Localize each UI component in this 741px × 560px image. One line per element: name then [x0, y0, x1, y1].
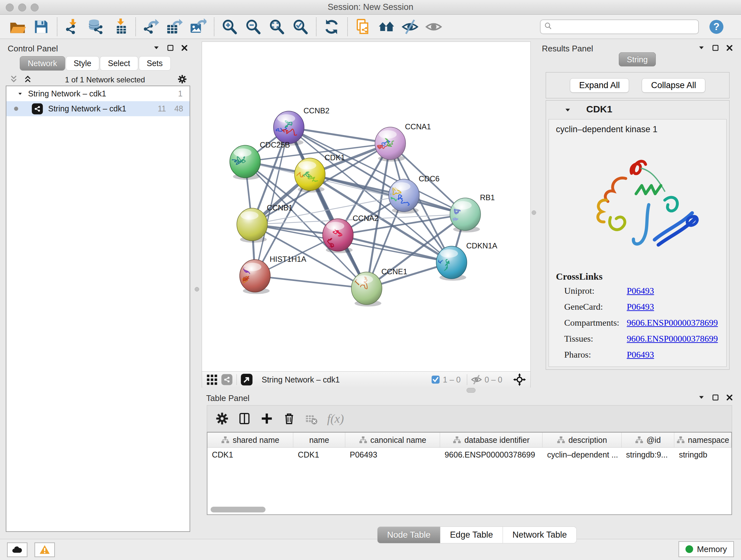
tab-style[interactable]: Style	[66, 56, 99, 71]
control-panel-title: Control Panel	[8, 44, 58, 54]
grid-view-icon[interactable]	[206, 374, 217, 385]
gene-description: cyclin–dependent kinase 1	[549, 119, 726, 134]
string-home-button[interactable]	[377, 17, 396, 37]
node-RB1[interactable]: RB1	[450, 193, 495, 233]
network-graph[interactable]: CCNB2CCNA1CDC25BCDK1CDC6RB1CCNB1CCNA2CDK…	[202, 42, 530, 371]
tab-network[interactable]: Network	[20, 56, 65, 71]
tab-network-table[interactable]: Network Table	[503, 526, 577, 543]
panel-close-icon[interactable]	[726, 394, 733, 402]
crosslink-label: Pharos:	[564, 350, 627, 360]
panel-menu-caret-icon[interactable]	[697, 44, 705, 53]
panel-float-icon[interactable]	[712, 44, 719, 53]
tab-select[interactable]: Select	[100, 56, 138, 71]
import-network-from-database-button[interactable]	[86, 17, 106, 37]
node-CDC6[interactable]: CDC6	[383, 174, 440, 213]
save-session-button[interactable]	[31, 17, 51, 37]
table-hscrollbar-thumb[interactable]	[211, 507, 266, 512]
column-header-canonical-name[interactable]: canonical name	[345, 433, 440, 447]
crosslink-link[interactable]: P06493	[627, 286, 654, 296]
column-header-shared-name[interactable]: shared name	[207, 433, 293, 447]
zoom-in-button[interactable]	[219, 17, 239, 37]
edge-CDK1-RB1[interactable]	[310, 174, 465, 214]
selected-checkbox-icon[interactable]	[431, 375, 441, 384]
node-CCNB2[interactable]: CCNB2	[269, 106, 329, 145]
export-table-icon	[166, 18, 183, 35]
panel-float-icon[interactable]	[712, 394, 719, 402]
collection-caret-icon[interactable]	[17, 91, 23, 97]
show-columns-icon[interactable]	[238, 412, 251, 425]
crosslink-link[interactable]: P06493	[627, 302, 654, 312]
tab-edge-table[interactable]: Edge Table	[441, 526, 503, 543]
network-options-gear-icon[interactable]	[178, 74, 187, 85]
copy-network-button[interactable]	[353, 17, 373, 37]
table-cell[interactable]: CDK1	[207, 448, 293, 462]
cloud-button[interactable]	[7, 543, 27, 557]
collapse-all-button[interactable]: Collapse All	[642, 78, 705, 92]
network-canvas[interactable]: CCNB2CCNA1CDC25BCDK1CDC6RB1CCNB1CCNA2CDK…	[202, 42, 530, 371]
search-input[interactable]	[555, 22, 698, 32]
panel-menu-caret-icon[interactable]	[152, 44, 160, 53]
help-button[interactable]: ?	[709, 19, 724, 35]
node-CDK1[interactable]: CDK1	[290, 153, 345, 192]
table-cell[interactable]: P06493	[345, 448, 440, 462]
right-splitter-grip[interactable]	[532, 210, 536, 215]
table-cell[interactable]: CDK1	[293, 448, 345, 462]
node-label-CCNE1: CCNE1	[381, 267, 407, 276]
hidden-eye-slash-icon[interactable]	[471, 374, 482, 385]
import-network-from-file-button[interactable]	[63, 17, 82, 37]
network-collection-row[interactable]: String Network – cdk1 1	[6, 86, 190, 101]
open-session-button[interactable]	[8, 17, 27, 37]
table-cell[interactable]: cyclin–dependent ...	[542, 448, 621, 462]
birds-eye-crosshair-icon[interactable]	[513, 373, 526, 386]
table-cell[interactable]: stringdb:9...	[622, 448, 675, 462]
network-share-icon[interactable]	[221, 374, 232, 385]
crosslink-link[interactable]: P06493	[627, 350, 654, 360]
collapse-entry-caret-icon[interactable]	[564, 106, 571, 114]
panel-close-icon[interactable]	[181, 44, 188, 53]
delete-column-trash-icon[interactable]	[282, 412, 296, 425]
zoom-selected-button[interactable]	[290, 17, 310, 37]
memory-button[interactable]: Memory	[678, 541, 734, 557]
tab-sets[interactable]: Sets	[139, 56, 171, 71]
expand-all-networks-icon[interactable]	[9, 74, 18, 85]
export-image-button[interactable]	[188, 17, 208, 37]
zoom-out-button[interactable]	[243, 17, 263, 37]
eye-gray-icon	[425, 18, 442, 35]
node-HIST1H1A[interactable]: HIST1H1A	[239, 255, 307, 294]
crosslink-link[interactable]: 9606.ENSP00000378699	[627, 318, 718, 328]
folder-icon	[9, 18, 26, 35]
hide-selected-button[interactable]	[400, 17, 420, 37]
table-cell[interactable]: stringdb	[674, 448, 731, 462]
export-network-button[interactable]	[141, 17, 161, 37]
tab-node-table[interactable]: Node Table	[377, 526, 441, 543]
zoom-fit-button[interactable]	[267, 17, 286, 37]
network-row-selected[interactable]: String Network – cdk1 11 48	[6, 101, 190, 116]
import-table-from-file-button[interactable]	[110, 17, 130, 37]
column-header--id[interactable]: @id	[622, 433, 675, 447]
column-header-namespace[interactable]: namespace	[674, 433, 731, 447]
column-header-name[interactable]: name	[293, 433, 345, 447]
edge-HIST1H1A-CCNE1[interactable]	[255, 276, 367, 288]
import-table-icon	[111, 18, 128, 35]
add-column-icon[interactable]	[260, 412, 273, 425]
panel-close-icon[interactable]	[726, 44, 733, 53]
table-row[interactable]: CDK1CDK1P064939606.ENSP00000378699cyclin…	[207, 448, 731, 462]
collapse-all-networks-icon[interactable]	[23, 74, 32, 85]
navigator-icon[interactable]	[241, 374, 253, 386]
tab-string[interactable]: String	[619, 52, 656, 66]
search-field[interactable]	[540, 19, 699, 34]
show-hidden-button[interactable]	[424, 17, 444, 37]
column-header-database-identifier[interactable]: database identifier	[440, 433, 542, 447]
panel-menu-caret-icon[interactable]	[697, 394, 705, 402]
table-cell[interactable]: 9606.ENSP00000378699	[440, 448, 542, 462]
panel-float-icon[interactable]	[166, 44, 174, 53]
expand-all-button[interactable]: Expand All	[570, 78, 629, 92]
apply-preferred-layout-button[interactable]	[322, 17, 341, 37]
copy-net-icon	[354, 18, 371, 35]
table-settings-gear-icon[interactable]	[215, 412, 229, 425]
crosslink-link[interactable]: 9606.ENSP00000378699	[627, 334, 718, 344]
column-header-description[interactable]: description	[542, 433, 621, 447]
warnings-button[interactable]	[35, 543, 55, 557]
left-splitter-grip[interactable]	[195, 287, 199, 292]
export-table-button[interactable]	[165, 17, 185, 37]
